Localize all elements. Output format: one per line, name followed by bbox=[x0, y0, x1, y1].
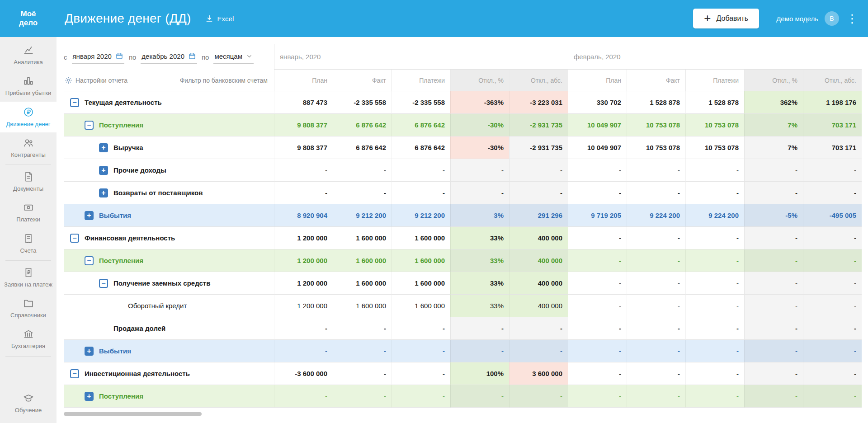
value-cell: - bbox=[392, 340, 450, 362]
value-cell: - bbox=[509, 385, 568, 408]
sidebar-item-analytics[interactable]: Аналитика bbox=[0, 40, 57, 70]
collapse-toggle-icon[interactable]: − bbox=[70, 369, 79, 378]
expand-toggle-icon[interactable]: + bbox=[85, 347, 94, 356]
value-cell: 1 200 000 bbox=[274, 249, 333, 272]
value-cell: 33% bbox=[450, 249, 509, 272]
expand-toggle-icon[interactable]: + bbox=[99, 188, 108, 197]
sidebar-item-payment-requests[interactable]: Заявки на платеж bbox=[0, 262, 57, 293]
expand-toggle-icon[interactable]: + bbox=[99, 166, 108, 175]
app-logo[interactable]: Моё дело bbox=[0, 9, 57, 27]
date-to-label: по bbox=[129, 53, 136, 61]
add-button-label: Добавить bbox=[716, 14, 748, 23]
avatar[interactable]: В bbox=[825, 11, 839, 26]
page-title: Движение денег (ДД) bbox=[65, 11, 191, 26]
calendar-icon bbox=[188, 52, 196, 60]
row-name-cell: −Поступления bbox=[64, 114, 274, 136]
add-button[interactable]: + Добавить bbox=[693, 9, 759, 28]
value-cell: 1 600 000 bbox=[392, 272, 450, 295]
value-cell: 33% bbox=[450, 295, 509, 317]
payment-requests-icon bbox=[23, 267, 34, 278]
table-row: −Инвестиционная деятельность-3 600 000--… bbox=[64, 362, 862, 385]
user-menu[interactable]: Демо модель bbox=[776, 15, 818, 23]
table-row: +Поступления---------- bbox=[64, 385, 862, 408]
value-cell: 400 000 bbox=[509, 272, 568, 295]
value-cell: - bbox=[333, 340, 392, 362]
sidebar-item-profit-loss[interactable]: Прибыли убытки bbox=[0, 70, 57, 101]
value-cell: 6 876 642 bbox=[392, 114, 450, 136]
bank-accounts-filter-button[interactable]: Фильтр по банковским счетам bbox=[180, 77, 268, 84]
value-cell: - bbox=[627, 340, 685, 362]
invoices-icon bbox=[23, 233, 34, 244]
sidebar-item-label: Справочники bbox=[10, 312, 46, 319]
value-cell: 9 808 377 bbox=[274, 114, 333, 136]
value-cell: - bbox=[568, 385, 627, 408]
sidebar-item-invoices[interactable]: Счета bbox=[0, 228, 57, 259]
report-settings-button[interactable]: Настройки отчета bbox=[65, 76, 127, 84]
expand-toggle-icon[interactable]: + bbox=[85, 211, 94, 220]
sidebar: АналитикаПрибыли убыткиДвижение денегКон… bbox=[0, 37, 57, 423]
sidebar-item-documents[interactable]: Документы bbox=[0, 166, 57, 197]
sidebar-item-label: Аналитика bbox=[14, 59, 42, 66]
main-content: с января 2020 по декабрь 2020 bbox=[57, 37, 868, 423]
value-cell: - bbox=[744, 159, 803, 182]
period-select[interactable]: месяцам bbox=[213, 51, 254, 64]
report-table: с января 2020 по декабрь 2020 bbox=[64, 44, 862, 408]
sidebar-item-cash-flow[interactable]: Движение денег bbox=[0, 102, 57, 132]
collapse-toggle-icon[interactable]: − bbox=[70, 98, 79, 107]
value-cell: 9 808 377 bbox=[274, 136, 333, 159]
value-cell: - bbox=[392, 362, 450, 385]
value-cell: - bbox=[392, 182, 450, 204]
value-cell: 6 876 642 bbox=[333, 114, 392, 136]
value-cell: -495 005 bbox=[803, 204, 862, 227]
value-cell: - bbox=[509, 317, 568, 340]
value-cell: - bbox=[803, 362, 862, 385]
sidebar-divider bbox=[5, 164, 51, 165]
sidebar-item-label: Бухгалтерия bbox=[11, 343, 45, 350]
sidebar-item-label: Движение денег bbox=[6, 121, 50, 128]
date-from-input[interactable]: января 2020 bbox=[72, 50, 124, 64]
value-cell: - bbox=[568, 317, 627, 340]
scrollbar-thumb[interactable] bbox=[64, 412, 202, 416]
value-cell: 6 876 642 bbox=[392, 136, 450, 159]
kebab-menu-icon[interactable]: ⋮ bbox=[846, 13, 858, 24]
sidebar-item-accounting[interactable]: Бухгалтерия bbox=[0, 324, 57, 354]
excel-export-button[interactable]: Excel bbox=[205, 14, 234, 23]
value-cell: 33% bbox=[450, 272, 509, 295]
period-label: по bbox=[202, 53, 209, 61]
sidebar-item-label: Платежи bbox=[16, 216, 40, 223]
chevron-down-icon bbox=[246, 53, 253, 60]
value-cell: 400 000 bbox=[509, 295, 568, 317]
table-row: −Поступления1 200 0001 600 0001 600 0003… bbox=[64, 249, 862, 272]
row-name-cell: +Поступления bbox=[64, 385, 274, 408]
value-cell: - bbox=[509, 182, 568, 204]
sidebar-item-directories[interactable]: Справочники bbox=[0, 293, 57, 324]
value-cell: 6 876 642 bbox=[333, 136, 392, 159]
value-cell: - bbox=[803, 272, 862, 295]
cash-flow-icon bbox=[23, 106, 34, 118]
table-row: +Выручка9 808 3776 876 6426 876 642-30%-… bbox=[64, 136, 862, 159]
value-cell: - bbox=[744, 249, 803, 272]
date-from-value: января 2020 bbox=[73, 52, 112, 60]
value-cell: - bbox=[450, 385, 509, 408]
sidebar-item-payments[interactable]: Платежи bbox=[0, 197, 57, 228]
sidebar-item-contractors[interactable]: Контрагенты bbox=[0, 132, 57, 163]
value-cell: 9 212 200 bbox=[392, 204, 450, 227]
row-name-cell: +Выручка bbox=[64, 136, 274, 159]
sidebar-item-label: Документы bbox=[13, 185, 43, 193]
collapse-toggle-icon[interactable]: − bbox=[99, 279, 108, 288]
value-cell: 100% bbox=[450, 362, 509, 385]
value-cell: - bbox=[685, 227, 744, 249]
value-cell: 703 171 bbox=[803, 114, 862, 136]
expand-toggle-icon[interactable]: + bbox=[85, 392, 94, 401]
expand-toggle-icon[interactable]: + bbox=[99, 143, 108, 152]
collapse-toggle-icon[interactable]: − bbox=[85, 121, 94, 130]
date-to-input[interactable]: декабрь 2020 bbox=[141, 50, 197, 64]
value-cell: - bbox=[685, 272, 744, 295]
collapse-toggle-icon[interactable]: − bbox=[70, 234, 79, 243]
collapse-toggle-icon[interactable]: − bbox=[85, 256, 94, 265]
value-cell: 330 702 bbox=[568, 91, 627, 114]
column-header: Откл., абс. bbox=[509, 70, 568, 91]
value-cell: - bbox=[333, 362, 392, 385]
value-cell: 10 753 078 bbox=[685, 114, 744, 136]
sidebar-item-training[interactable]: Обучение bbox=[0, 388, 57, 418]
